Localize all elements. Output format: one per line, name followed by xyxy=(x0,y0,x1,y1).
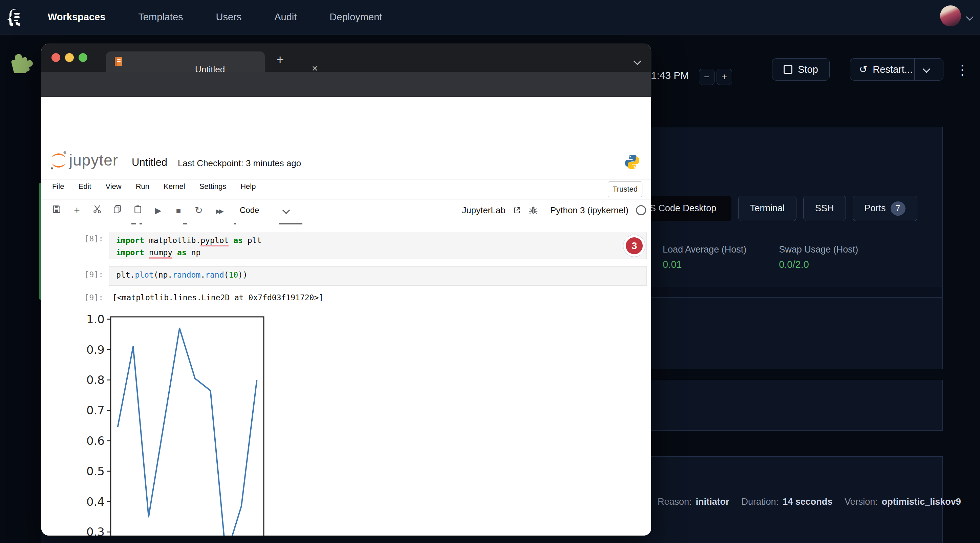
code-cell-input[interactable]: import matplotlib.pyplot as pltimport nu… xyxy=(109,232,647,259)
jupyterlab-link[interactable]: JupyterLab xyxy=(462,205,506,216)
plus-icon: + xyxy=(722,71,727,82)
external-link-icon[interactable] xyxy=(513,206,521,214)
build-info-value: optimistic_liskov9 xyxy=(882,497,961,507)
nav-item-deployment[interactable]: Deployment xyxy=(329,11,382,23)
add-cell-icon[interactable]: + xyxy=(71,205,83,216)
fast-forward-icon[interactable]: ▶▶ xyxy=(213,205,225,216)
browser-titlebar: Untitled × + xyxy=(41,44,651,72)
browser-toolbar: ← → ↻ 5555--main--test--matifali.atif.cd… xyxy=(41,72,651,97)
svg-text:0.3: 0.3 xyxy=(86,525,105,535)
output-repr-text: [<matplotlib.lines.Line2D at 0x7fd03f191… xyxy=(113,293,323,302)
new-tab-button[interactable]: + xyxy=(276,52,284,67)
svg-text:0.8: 0.8 xyxy=(86,373,105,387)
notebook-title[interactable]: Untitled xyxy=(132,156,167,168)
nav-item-templates[interactable]: Templates xyxy=(138,11,183,23)
interrupt-icon[interactable]: ■ xyxy=(173,205,184,216)
stop-workspace-button[interactable]: Stop xyxy=(772,58,830,81)
jupyter-wordmark: jupyter xyxy=(69,151,118,169)
workspace-tab-ssh[interactable]: SSH xyxy=(803,196,846,221)
run-icon[interactable]: ▶ xyxy=(153,205,164,216)
menu-view[interactable]: View xyxy=(105,182,121,191)
restart-icon: ↺ xyxy=(859,64,867,75)
window-minimize-button[interactable] xyxy=(65,53,74,62)
build-info-value: 14 seconds xyxy=(783,497,832,507)
toolbar-divider xyxy=(41,222,651,222)
cell-execution-label: [9]: xyxy=(82,270,103,279)
workspace-app-tabs: VS Code DesktopTerminalSSHPorts7 xyxy=(628,196,917,221)
build-info-label: Version: xyxy=(845,497,878,507)
template-puzzle-icon xyxy=(10,52,35,73)
menu-file[interactable]: File xyxy=(52,182,64,191)
jupyter-logo-icon xyxy=(49,150,68,171)
collaborators-badge[interactable]: 3 xyxy=(624,235,645,257)
code-line: import matplotlib.pyplot as plt xyxy=(116,234,646,246)
svg-text:0.6: 0.6 xyxy=(86,434,105,448)
stat-label: Load Average (Host) xyxy=(663,245,746,255)
clipped-code-fragment xyxy=(140,223,142,224)
clipped-code-fragment xyxy=(234,223,236,224)
build-info-row: Reason:initiatorDuration:14 secondsVersi… xyxy=(658,497,961,507)
browser-window: Untitled × + ← → ↻ 5555--main--test--mat… xyxy=(41,44,651,535)
cell-execution-label: [8]: xyxy=(82,234,103,243)
workspace-tab-terminal[interactable]: Terminal xyxy=(738,196,797,221)
nav-item-audit[interactable]: Audit xyxy=(274,11,297,23)
stop-icon xyxy=(784,65,792,74)
build-info-value: initiator xyxy=(696,497,729,507)
nav-item-workspaces[interactable]: Workspaces xyxy=(48,11,105,23)
code-line: plt.plot(np.random.rand(10)) xyxy=(116,269,646,281)
stat-swap-usage: Swap Usage (Host)0.0/2.0 xyxy=(779,245,858,270)
cell-type-select[interactable]: Code xyxy=(240,205,259,215)
jupyter-toolbar: +▶■↻▶▶Code xyxy=(51,199,289,221)
browser-tab[interactable]: Untitled × xyxy=(106,51,265,72)
stop-label: Stop xyxy=(798,64,818,75)
tab-label: Ports xyxy=(864,203,886,214)
cut-icon[interactable] xyxy=(91,205,103,216)
top-navbar: WorkspacesTemplatesUsersAuditDeployment xyxy=(0,0,980,35)
restart-label: Restart... xyxy=(873,64,913,75)
jupyter-toolbar-right: JupyterLab Python 3 (ipykernel) xyxy=(462,199,646,221)
checkpoint-status: Last Checkpoint: 3 minutes ago xyxy=(178,158,301,168)
clipped-code-fragment xyxy=(131,223,136,224)
window-maximize-button[interactable] xyxy=(79,53,88,62)
clock-time: 11:43 PM xyxy=(646,70,689,81)
debugger-bug-icon[interactable] xyxy=(528,205,538,215)
workspace-tab-ports[interactable]: Ports7 xyxy=(853,196,917,221)
jupyter-page: jupyter Untitled Last Checkpoint: 3 minu… xyxy=(41,97,651,535)
tab-label: SSH xyxy=(815,203,834,214)
kernel-status-icon xyxy=(636,205,646,215)
svg-text:0.5: 0.5 xyxy=(86,464,105,478)
stat-value: 0.0/2.0 xyxy=(779,259,858,270)
zoom-in-button[interactable]: + xyxy=(716,69,732,85)
tab-search-chevron-icon[interactable] xyxy=(633,57,641,65)
build-info-pair: Version:optimistic_liskov9 xyxy=(845,497,961,507)
stat-label: Swap Usage (Host) xyxy=(779,245,858,255)
menu-run[interactable]: Run xyxy=(136,182,150,191)
coder-logo-icon[interactable] xyxy=(5,8,22,26)
output-label: [9]: xyxy=(82,293,103,302)
menu-settings[interactable]: Settings xyxy=(199,182,226,191)
restart-kernel-icon[interactable]: ↻ xyxy=(193,205,205,216)
ports-count-badge: 7 xyxy=(891,202,905,216)
paste-icon[interactable] xyxy=(132,205,143,216)
tab-label: VS Code Desktop xyxy=(644,203,716,214)
menu-kernel[interactable]: Kernel xyxy=(164,182,185,191)
kernel-name[interactable]: Python 3 (ipykernel) xyxy=(550,205,628,216)
menu-help[interactable]: Help xyxy=(240,182,256,191)
workspace-menu-kebab-icon[interactable]: ⋮ xyxy=(956,62,969,82)
python-logo-icon xyxy=(624,154,640,170)
cell-type-chevron-icon[interactable] xyxy=(282,206,290,214)
nav-items: WorkspacesTemplatesUsersAuditDeployment xyxy=(48,0,382,34)
window-close-button[interactable] xyxy=(51,53,60,62)
user-menu-chevron-icon[interactable] xyxy=(966,13,974,21)
build-info-pair: Reason:initiator xyxy=(658,497,729,507)
save-icon[interactable] xyxy=(51,205,62,216)
nav-item-users[interactable]: Users xyxy=(216,11,242,23)
copy-icon[interactable] xyxy=(112,205,123,216)
user-avatar[interactable] xyxy=(940,5,961,26)
code-cell-input[interactable]: plt.plot(np.random.rand(10)) xyxy=(109,267,647,286)
menu-edit[interactable]: Edit xyxy=(78,182,91,191)
minus-icon: − xyxy=(704,71,710,82)
zoom-out-button[interactable]: − xyxy=(699,69,714,85)
build-info-label: Duration: xyxy=(741,497,779,507)
trusted-button[interactable]: Trusted xyxy=(608,181,643,197)
